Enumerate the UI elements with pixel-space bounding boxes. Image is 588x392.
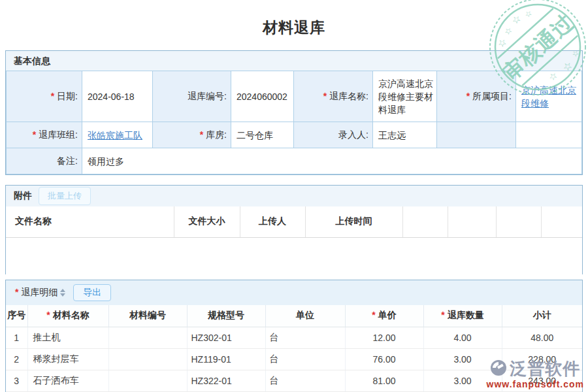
cell-code (108, 327, 187, 348)
export-button[interactable]: 导出 (73, 284, 111, 301)
col-spec: 规格型号 (187, 305, 265, 327)
cell-seq: 1 (6, 327, 27, 348)
cell-price: 81.00 (345, 370, 423, 391)
cell-name: 石子洒布车 (27, 370, 108, 391)
col-qty: 退库数量 (441, 310, 483, 320)
cell-seq: 3 (6, 370, 27, 391)
col-upload-time: 上传时间 (305, 206, 402, 237)
return-name-label: 退库名称: (323, 91, 368, 101)
col-file-name: 文件名称 (6, 206, 174, 237)
cell-code (108, 370, 187, 391)
team-link[interactable]: 张皓宸施工队 (88, 130, 142, 140)
col-seq: 序号 (6, 305, 27, 327)
cell-price: 76.00 (345, 348, 423, 370)
attachments-table: 文件名称 文件大小 上传人 上传时间 (6, 206, 582, 238)
detail-section-title: 退库明细 (15, 287, 57, 299)
col-subtotal: 小计 (502, 305, 582, 327)
cell-qty: 3.00 (423, 370, 502, 391)
cell-subtotal: 228.00 (502, 348, 582, 370)
table-row: 2 稀浆封层车 HZ119-01 台 76.00 3.00 228.00 (6, 348, 582, 370)
cell-qty: 3.00 (423, 348, 502, 370)
cell-unit: 台 (265, 327, 345, 348)
basic-info-form: 日期: 2024-06-18 退库编号: 2024060002 退库名称: 京沪… (6, 71, 582, 174)
cell-code (108, 348, 187, 370)
cell-spec: HZ119-01 (187, 348, 265, 370)
attachments-section-title: 附件 (14, 190, 32, 202)
date-label: 日期: (51, 91, 78, 101)
cell-name: 推土机 (27, 327, 108, 348)
return-no-label: 退库编号: (188, 91, 227, 101)
basic-info-panel: 基本信息 日期: 2024-06-18 退库编号: 2024060002 退库名… (5, 50, 583, 175)
attachments-empty-area (6, 238, 582, 274)
page: 材料退库 基本信息 日期: 2024-06-18 退库编号: 202406000… (0, 0, 588, 392)
col-uploader: 上传人 (240, 206, 305, 237)
cell-price: 12.00 (345, 327, 423, 348)
col-extra-4 (541, 206, 582, 237)
warehouse-label: 库房: (200, 129, 227, 140)
attachments-header: 附件 批量上传 (6, 186, 582, 206)
warehouse-value: 二号仓库 (231, 122, 294, 148)
attachments-panel: 附件 批量上传 文件名称 文件大小 上传人 上传时间 (5, 185, 583, 274)
detail-header: 退库明细 导出 (6, 280, 582, 305)
col-file-size: 文件大小 (174, 206, 240, 237)
basic-info-section-title: 基本信息 (6, 51, 582, 71)
cell-unit: 台 (265, 370, 345, 391)
cell-subtotal: 48.00 (502, 327, 582, 348)
detail-table: 序号 材料名称 材料编号 规格型号 单位 单价 退库数量 小计 1 推土机 HZ… (6, 305, 582, 392)
project-label: 所属项目: (466, 91, 512, 101)
remark-label: 备注: (57, 155, 78, 166)
return-name-value: 京沪高速北京段维修主要材料退库 (373, 71, 437, 122)
remark-value: 领用过多 (82, 148, 582, 174)
empty-label-cell (437, 122, 516, 148)
col-material-name: 材料名称 (46, 310, 89, 320)
cell-seq: 2 (6, 348, 27, 370)
cell-qty: 4.00 (423, 327, 502, 348)
team-label: 退库班组: (33, 129, 78, 140)
col-extra-2 (448, 206, 496, 237)
cell-unit: 台 (265, 348, 345, 370)
page-title: 材料退库 (0, 18, 588, 38)
cell-name: 稀浆封层车 (27, 348, 108, 370)
empty-value-cell (516, 122, 582, 148)
batch-upload-button[interactable]: 批量上传 (39, 187, 91, 205)
col-unit: 单位 (265, 305, 345, 327)
col-price: 单价 (372, 310, 396, 320)
sort-icon[interactable] (60, 289, 65, 297)
recorder-value: 王志远 (373, 122, 437, 148)
project-link[interactable]: 京沪高速北京段维修 (521, 85, 576, 108)
cell-spec: HZ322-01 (187, 370, 265, 391)
col-extra-3 (496, 206, 541, 237)
detail-panel: 退库明细 导出 序号 材料名称 材料编号 规格型号 单位 单价 退库数量 小计 … (5, 280, 583, 392)
date-value: 2024-06-18 (82, 71, 153, 122)
table-row: 1 推土机 HZ302-01 台 12.00 4.00 48.00 (6, 327, 582, 348)
cell-spec: HZ302-01 (187, 327, 265, 348)
return-no-value: 2024060002 (231, 71, 294, 122)
col-extra-1 (402, 206, 448, 237)
cell-subtotal: 243.00 (502, 370, 582, 391)
col-material-code: 材料编号 (108, 305, 187, 327)
recorder-label: 录入人: (338, 129, 368, 140)
table-row: 3 石子洒布车 HZ322-01 台 81.00 3.00 243.00 (6, 370, 582, 391)
